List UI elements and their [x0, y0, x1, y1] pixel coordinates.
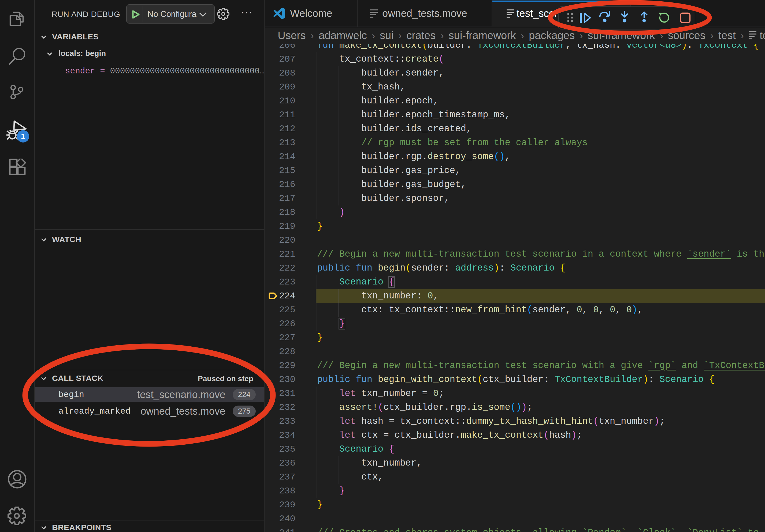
svg-text:1: 1	[21, 132, 25, 140]
